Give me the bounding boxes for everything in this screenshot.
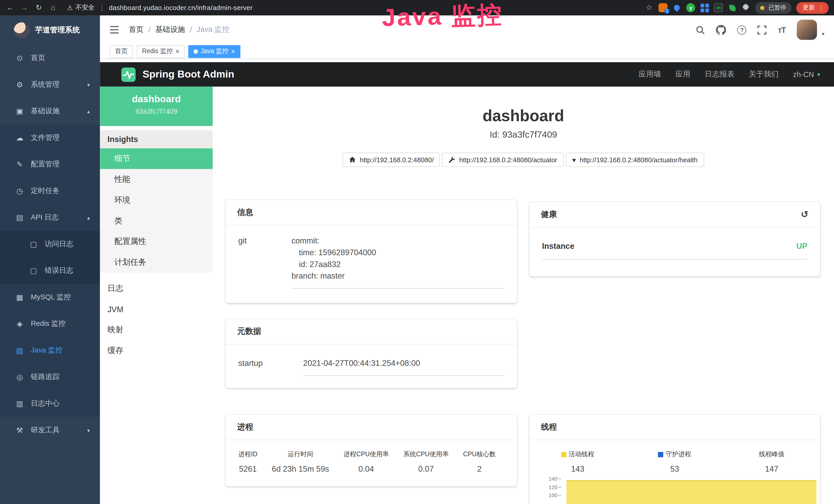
avatar-caret-icon[interactable]: ▾ [822, 31, 824, 40]
extension-leaf-icon[interactable] [728, 3, 737, 12]
sidebar-item-mysql-monitor[interactable]: ▦ MySQL 监控 [0, 284, 100, 311]
browser-reload-icon[interactable]: ↻ [34, 0, 44, 16]
sidebar-item-error-log[interactable]: ▢ 错误日志 [0, 257, 100, 284]
sidebar-item-scheduled-jobs[interactable]: ◷ 定时任务 [0, 178, 100, 204]
metric-value: 0.04 [344, 464, 389, 473]
sidebar-item-file-manage[interactable]: ☁ 文件管理 [0, 124, 100, 151]
sba-nav-wallboard[interactable]: 应用墙 [639, 70, 661, 79]
sidebar-item-system[interactable]: ⚙ 系统管理 ▾ [0, 71, 100, 98]
extension-green-circle-icon[interactable]: y [686, 3, 695, 12]
metric-value: 2 [463, 464, 496, 473]
locale-selector[interactable]: zh-CN ▾ [793, 70, 820, 78]
user-avatar[interactable] [797, 20, 817, 40]
profile-avatar-emoji: ☻ [759, 4, 766, 12]
sidebar-item-infra[interactable]: ▣ 基础设施 ▴ [0, 98, 100, 124]
sidebar-item-label: MySQL 监控 [31, 293, 71, 302]
extensions-puzzle-icon[interactable] [742, 3, 750, 12]
url-divider [102, 4, 102, 12]
help-icon[interactable]: ? [738, 25, 746, 34]
browser-menu-icon[interactable]: ⋮ [818, 4, 825, 12]
sba-nav-about[interactable]: 关于我们 [749, 70, 778, 79]
sba-item-classes[interactable]: 类 [100, 210, 213, 231]
metadata-line: 2021-04-27T00:44:31.254+08:00 [303, 358, 504, 369]
browser-forward-icon[interactable]: → [20, 0, 29, 16]
extension-drop-icon[interactable] [673, 3, 681, 12]
metric-uptime: 运行时间 6d 23h 15m 59s [272, 450, 329, 473]
breadcrumb-home[interactable]: 首页 [129, 25, 144, 35]
browser-profile-chip[interactable]: ☻ 已暂停 [755, 2, 791, 14]
close-icon[interactable]: × [231, 48, 235, 54]
sba-item-mappings[interactable]: 映射 [100, 320, 213, 340]
sba-item-details[interactable]: 细节 [100, 148, 213, 169]
history-icon[interactable]: ↺ [801, 209, 809, 220]
status-badge: UP [796, 241, 807, 250]
sba-item-config-props[interactable]: 配置属性 [100, 231, 213, 252]
browser-update-button[interactable]: 更新 ⋮ [796, 2, 829, 14]
sba-nav: 应用墙 应用 日志报表 关于我们 zh-CN ▾ [639, 70, 820, 79]
metric-cpu-cores: CPU核心数 2 [463, 450, 496, 473]
tab-home[interactable]: 首页 [110, 45, 133, 58]
sidebar-item-redis-monitor[interactable]: ◈ Redis 监控 [0, 311, 100, 337]
extension-grid-icon[interactable] [700, 3, 709, 12]
health-row[interactable]: Instance UP [542, 241, 807, 259]
sidebar-item-trace[interactable]: ◎ 链路追踪 [0, 364, 100, 390]
sidebar-item-config-manage[interactable]: ✎ 配置管理 [0, 151, 100, 178]
insights-section-label: Insights [100, 130, 213, 148]
annotation-java-monitor: Java 监控 [381, 0, 504, 35]
sidebar-item-java-monitor[interactable]: ▧ Java 监控 [0, 337, 100, 364]
metadata-key: startup [238, 358, 303, 376]
sidebar-item-label: 基础设施 [31, 106, 60, 116]
sba-item-environment[interactable]: 环境 [100, 190, 213, 210]
tab-redis-monitor[interactable]: Redis 监控 × [137, 45, 184, 58]
extension-fox-icon[interactable]: 1 [659, 3, 667, 12]
github-icon[interactable] [716, 25, 726, 35]
sidebar-item-dev-tools[interactable]: ⚒ 研发工具 ▾ [0, 417, 100, 444]
sba-brand-title[interactable]: Spring Boot Admin [142, 69, 234, 81]
sba-item-scheduled-tasks[interactable]: 计划任务 [100, 252, 213, 273]
extension-on-icon[interactable]: on [714, 3, 723, 12]
browser-home-icon[interactable]: ⌂ [48, 0, 58, 16]
legend-live-threads: 活动线程 143 [529, 450, 626, 473]
legend-label: 活动线程 [569, 450, 594, 459]
info-line: commit: [291, 235, 504, 247]
fullscreen-icon[interactable] [758, 25, 767, 34]
breadcrumb-infra[interactable]: 基础设施 [155, 25, 185, 35]
legend-value: 143 [529, 464, 626, 473]
sidebar-item-home[interactable]: ⊙ 首页 [0, 45, 100, 71]
app-logo-row[interactable]: 芋道管理系统 [0, 16, 100, 45]
instance-header[interactable]: dashboard 93a3fc7f7409 [100, 87, 213, 126]
metric-value: 0.07 [403, 464, 449, 473]
sba-item-metrics[interactable]: 性能 [100, 169, 213, 190]
sba-item-caches[interactable]: 缓存 [100, 340, 213, 361]
database-grid-icon: ▦ [16, 293, 24, 301]
app-title: 芋道管理系统 [35, 25, 80, 35]
sidebar-item-access-log[interactable]: ▢ 访问日志 [0, 231, 100, 257]
sba-nav-journal[interactable]: 日志报表 [705, 70, 734, 79]
url-bar[interactable]: dashboard.yudao.iocoder.cn/infra/admin-s… [109, 4, 253, 12]
search-icon[interactable] [696, 25, 705, 34]
sba-item-jvm[interactable]: JVM [100, 299, 213, 320]
sidebar-item-api-log[interactable]: ▤ 基础设施 API 日志 ▴ [0, 204, 100, 231]
service-url-button[interactable]: http://192.168.0.2:48080/ [343, 153, 440, 167]
instance-links-row: http://192.168.0.2:48080/ http://192.168… [213, 153, 834, 167]
process-card-header: 进程 [225, 415, 517, 440]
site-security-chip[interactable]: ⚠ 不安全 [67, 3, 94, 12]
sba-item-logs[interactable]: 日志 [100, 278, 213, 299]
tags-view-bar: 首页 Redis 监控 × Java 监控 × [100, 44, 834, 59]
close-icon[interactable]: × [175, 48, 179, 54]
hamburger-icon[interactable] [110, 25, 119, 34]
browser-back-icon[interactable]: ← [5, 0, 15, 16]
spring-boot-admin-logo [121, 67, 136, 82]
breadcrumb-separator: / [149, 25, 151, 34]
actuator-url-button[interactable]: http://192.168.0.2:48080/actuator [442, 153, 564, 167]
sba-sidebar: dashboard 93a3fc7f7409 Insights 细节 性能 环境… [100, 87, 213, 504]
bookmark-star-icon[interactable]: ☆ [644, 0, 654, 16]
warning-icon: ⚠ [67, 4, 73, 12]
chevron-down-icon: ▾ [87, 82, 90, 88]
breadcrumb: 首页 / 基础设施 / Java 监控 [129, 25, 229, 35]
health-url-button[interactable]: ♥ http://192.168.0.2:48080/actuator/heal… [566, 153, 704, 167]
font-size-icon[interactable]: тT [778, 25, 786, 34]
tab-java-monitor[interactable]: Java 监控 × [188, 45, 240, 58]
sba-nav-applications[interactable]: 应用 [675, 70, 690, 79]
sidebar-item-log-center[interactable]: ▥ 日志中心 [0, 390, 100, 417]
